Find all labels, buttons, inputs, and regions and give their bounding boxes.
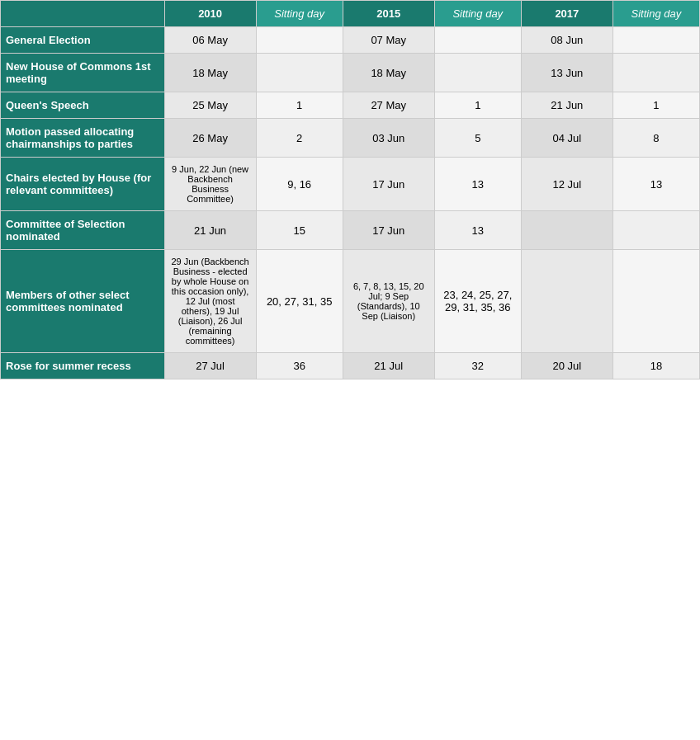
table-row: Committee of Selection nominated21 Jun15… bbox=[1, 211, 700, 250]
table-cell bbox=[612, 211, 699, 250]
table-row: Rose for summer recess27 Jul3621 Jul3220… bbox=[1, 353, 700, 379]
table-cell: 21 Jun bbox=[521, 92, 612, 119]
table-cell: 8 bbox=[612, 119, 699, 158]
table-cell: 1 bbox=[612, 92, 699, 119]
table-cell bbox=[521, 211, 612, 250]
table-cell: 27 Jul bbox=[164, 353, 256, 379]
header-sitting-2015: Sitting day bbox=[434, 1, 521, 27]
table-cell: 1 bbox=[434, 92, 521, 119]
table-cell: 17 Jun bbox=[343, 211, 434, 250]
table-cell: 36 bbox=[256, 353, 343, 379]
row-label: Chairs elected by House (for relevant co… bbox=[1, 158, 165, 211]
header-label-col bbox=[1, 1, 165, 27]
table-row: Members of other select committees nomin… bbox=[1, 250, 700, 353]
table-cell: 12 Jul bbox=[521, 158, 612, 211]
table-cell: 18 May bbox=[343, 54, 434, 92]
table-cell bbox=[434, 54, 521, 92]
table-cell: 13 Jun bbox=[521, 54, 612, 92]
table-cell: 06 May bbox=[164, 27, 256, 54]
table-cell bbox=[612, 250, 699, 353]
table-cell: 23, 24, 25, 27, 29, 31, 35, 36 bbox=[434, 250, 521, 353]
header-sitting-2010: Sitting day bbox=[256, 1, 343, 27]
table-cell bbox=[612, 54, 699, 92]
table-cell bbox=[256, 54, 343, 92]
table-row: Chairs elected by House (for relevant co… bbox=[1, 158, 700, 211]
table-cell: 15 bbox=[256, 211, 343, 250]
table-cell: 18 May bbox=[164, 54, 256, 92]
row-label: Committee of Selection nominated bbox=[1, 211, 165, 250]
table-cell: 07 May bbox=[343, 27, 434, 54]
row-label: Rose for summer recess bbox=[1, 353, 165, 379]
table-cell: 26 May bbox=[164, 119, 256, 158]
table-cell: 21 Jun bbox=[164, 211, 256, 250]
main-table: 2010 Sitting day 2015 Sitting day 2017 S… bbox=[0, 0, 700, 379]
table-cell bbox=[521, 250, 612, 353]
table-row: New House of Commons 1st meeting18 May18… bbox=[1, 54, 700, 92]
table-cell: 18 bbox=[612, 353, 699, 379]
table-cell: 21 Jul bbox=[343, 353, 434, 379]
table-row: Motion passed allocating chairmanships t… bbox=[1, 119, 700, 158]
table-cell: 20, 27, 31, 35 bbox=[256, 250, 343, 353]
row-label: Queen's Speech bbox=[1, 92, 165, 119]
table-cell: 27 May bbox=[343, 92, 434, 119]
table-cell: 2 bbox=[256, 119, 343, 158]
header-2010: 2010 bbox=[164, 1, 256, 27]
table-cell bbox=[256, 27, 343, 54]
table-cell bbox=[434, 27, 521, 54]
table-cell: 25 May bbox=[164, 92, 256, 119]
table-cell: 13 bbox=[434, 158, 521, 211]
table-cell: 6, 7, 8, 13, 15, 20 Jul; 9 Sep (Standard… bbox=[343, 250, 434, 353]
table-cell: 20 Jul bbox=[521, 353, 612, 379]
table-cell: 9, 16 bbox=[256, 158, 343, 211]
row-label: Members of other select committees nomin… bbox=[1, 250, 165, 353]
header-sitting-2017: Sitting day bbox=[612, 1, 699, 27]
header-row: 2010 Sitting day 2015 Sitting day 2017 S… bbox=[1, 1, 700, 27]
table-cell: 5 bbox=[434, 119, 521, 158]
table-cell: 9 Jun, 22 Jun (new Backbench Business Co… bbox=[164, 158, 256, 211]
table-row: Queen's Speech25 May127 May121 Jun1 bbox=[1, 92, 700, 119]
row-label: New House of Commons 1st meeting bbox=[1, 54, 165, 92]
table-cell: 13 bbox=[612, 158, 699, 211]
header-2017: 2017 bbox=[521, 1, 612, 27]
table-cell: 32 bbox=[434, 353, 521, 379]
row-label: Motion passed allocating chairmanships t… bbox=[1, 119, 165, 158]
table-cell: 03 Jun bbox=[343, 119, 434, 158]
table-cell: 04 Jul bbox=[521, 119, 612, 158]
table-cell bbox=[612, 27, 699, 54]
table-cell: 17 Jun bbox=[343, 158, 434, 211]
table-cell: 13 bbox=[434, 211, 521, 250]
table-cell: 29 Jun (Backbench Business - elected by … bbox=[164, 250, 256, 353]
table-row: General Election06 May07 May08 Jun bbox=[1, 27, 700, 54]
row-label: General Election bbox=[1, 27, 165, 54]
header-2015: 2015 bbox=[343, 1, 434, 27]
table-cell: 1 bbox=[256, 92, 343, 119]
table-cell: 08 Jun bbox=[521, 27, 612, 54]
